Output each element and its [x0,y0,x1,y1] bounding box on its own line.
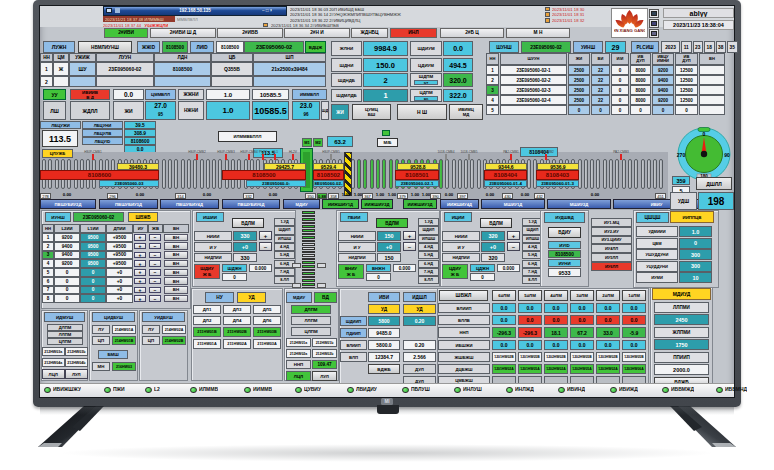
svg-text:0: 0 [703,131,706,137]
svg-text:270: 270 [677,152,686,158]
svg-text:HN XIANG GANG: HN XIANG GANG [614,28,645,33]
svg-text:90: 90 [724,152,730,158]
